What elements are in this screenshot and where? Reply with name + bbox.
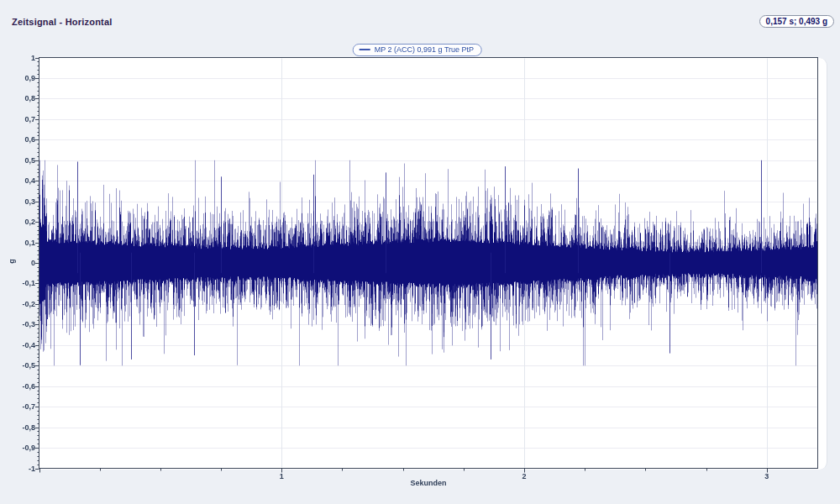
- x-tick-label: 2: [512, 472, 537, 480]
- y-tick-label: -0,9: [2, 444, 35, 452]
- series-line-swatch-icon: [360, 49, 370, 50]
- y-tick-label: -0,2: [2, 300, 35, 308]
- y-tick-label: 0,4: [2, 176, 35, 185]
- y-tick-label: 0,1: [2, 239, 35, 247]
- y-tick-label: -0,4: [2, 341, 35, 349]
- y-tick-label: -0,1: [2, 279, 35, 287]
- y-tick-label: -1: [2, 465, 35, 473]
- y-tick-label: 0,6: [2, 135, 35, 144]
- y-tick-label: 0: [2, 259, 35, 267]
- y-tick-label: 0,2: [2, 218, 35, 226]
- app-window: Zeitsignal - Horizontal 0,157 s; 0,493 g…: [0, 0, 840, 504]
- y-tick-label: -0,7: [2, 402, 35, 411]
- legend-pill[interactable]: MP 2 (ACC) 0,991 g True PtP: [353, 44, 482, 56]
- y-tick-label: 0,9: [2, 74, 35, 82]
- x-tick-label: 3: [754, 472, 780, 480]
- y-axis-title: g: [8, 255, 16, 268]
- y-tick-label: 1: [2, 54, 35, 62]
- x-axis-title: Sekunden: [386, 479, 470, 487]
- y-tick-label: 0,3: [2, 197, 35, 206]
- y-tick-label: 0,5: [2, 156, 35, 165]
- y-tick-label: -0,3: [2, 320, 35, 328]
- y-tick-label: 0,8: [2, 94, 35, 102]
- x-tick-label: 1: [269, 472, 294, 480]
- y-tick-label: -0,6: [2, 382, 35, 391]
- waveform-plot[interactable]: [0, 0, 840, 504]
- legend-label: MP 2 (ACC) 0,991 g True PtP: [375, 45, 474, 54]
- y-tick-label: 0,7: [2, 115, 35, 123]
- y-tick-label: -0,5: [2, 361, 35, 370]
- y-tick-label: -0,8: [2, 423, 35, 432]
